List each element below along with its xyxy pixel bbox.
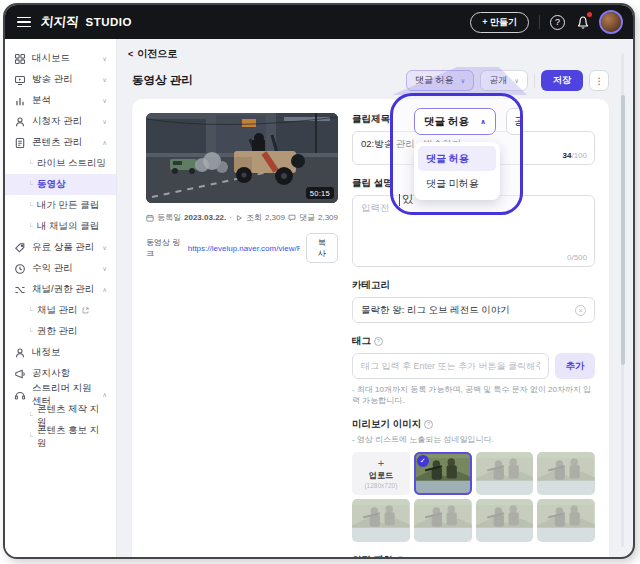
comment-icon — [288, 214, 296, 222]
chevron-up-icon: ∧ — [480, 118, 486, 126]
branch-icon: └ — [28, 202, 33, 209]
notification-bell-icon[interactable] — [575, 14, 591, 30]
preview-thumb[interactable] — [476, 452, 534, 495]
info-icon[interactable]: ? — [424, 420, 433, 429]
sidebar-item-my-info[interactable]: 내정보 — [5, 342, 116, 363]
info-icon[interactable]: ? — [374, 337, 383, 346]
create-button[interactable]: + 만들기 — [470, 12, 529, 33]
branch-icon: └ — [28, 181, 33, 188]
sidebar-item-broadcast[interactable]: 방송 관리∨ — [5, 69, 116, 90]
play-icon — [235, 214, 243, 222]
scrollbar-thumb[interactable] — [621, 95, 625, 365]
visibility-select-zoomed[interactable]: 공 — [506, 108, 523, 135]
sidebar-item-analytics[interactable]: 분석∨ — [5, 90, 116, 111]
preview-image-label: 미리보기 이미지 — [352, 418, 421, 431]
background-text-fragment: 있 — [399, 192, 414, 207]
shuffle-icon — [14, 284, 26, 296]
sidebar-item-channel-clips[interactable]: └내 채널의 클립 — [5, 216, 116, 237]
notification-dot — [587, 12, 592, 17]
preview-thumb[interactable] — [414, 499, 472, 542]
category-label: 카테고리 — [352, 279, 595, 292]
hamburger-menu-icon[interactable] — [17, 17, 31, 28]
chevron-up-icon: ∧ — [102, 391, 107, 399]
sidebar-item-paid-products[interactable]: 유료 상품 관리∨ — [5, 237, 116, 258]
clear-category-icon[interactable]: × — [575, 305, 586, 316]
sidebar-item-permission-manage[interactable]: └권한 관리 — [5, 321, 116, 342]
video-detail-card: 50:15 등록일2023.03.22. · 조회2,309 댓글2,309 동… — [132, 99, 609, 557]
sidebar-item-revenue[interactable]: 수익 관리∨ — [5, 258, 116, 279]
chevron-up-icon: ∧ — [102, 139, 107, 147]
topbar-divider — [539, 15, 540, 29]
comment-permission-dropdown[interactable]: 댓글 허용 ∨ — [406, 70, 474, 91]
chevron-up-icon: ∧ — [102, 286, 107, 294]
dashboard-icon — [14, 53, 26, 65]
chevron-down-icon: ∨ — [514, 77, 519, 85]
chevron-down-icon: ∨ — [102, 265, 107, 273]
branch-icon: └ — [28, 412, 33, 419]
tag-add-button[interactable]: 추가 — [555, 353, 595, 379]
tag-label: 태그 — [352, 335, 371, 348]
video-meta: 등록일2023.03.22. · 조회2,309 댓글2,309 — [146, 212, 338, 223]
description-char-count: 0/500 — [567, 253, 587, 262]
sidebar-item-video[interactable]: └동영상 — [5, 174, 116, 195]
back-chevron-icon: < — [128, 49, 133, 59]
visibility-dropdown[interactable]: 공개 ∨ — [480, 70, 528, 91]
text-cursor — [399, 194, 400, 206]
preview-thumb[interactable] — [537, 452, 595, 495]
preview-helper-text: - 영상 리스트에 노출되는 섬네일입니다. — [352, 434, 595, 445]
external-link-icon — [82, 307, 89, 314]
chevron-down-icon: ∨ — [102, 55, 107, 63]
category-field[interactable]: 몰락한 왕: 리그 오브 레전드 이야기 × — [352, 297, 595, 323]
headset-icon — [14, 389, 26, 401]
studio-wordmark: STUDIO — [86, 16, 132, 28]
preview-thumb[interactable] — [352, 499, 410, 542]
page-controls: 댓글 허용 ∨ 공개 ∨ 저장 ⋮ — [406, 70, 609, 91]
chevron-down-icon: ∨ — [102, 118, 107, 126]
preview-thumb[interactable] — [476, 499, 534, 542]
sidebar-item-channel-permission[interactable]: 채널/권한 관리∧ — [5, 279, 116, 300]
sidebar-item-my-clips[interactable]: └내가 만든 클립 — [5, 195, 116, 216]
sidebar-item-content-promotion[interactable]: └콘텐츠 홍보 지원 — [5, 426, 116, 447]
more-options-button[interactable]: ⋮ — [589, 70, 609, 91]
help-icon[interactable]: ? — [550, 15, 565, 30]
chevron-down-icon: ∨ — [102, 76, 107, 84]
calendar-icon — [146, 214, 154, 222]
video-link-url[interactable]: https://levelup.naver.com/view/Rqwe12664… — [188, 244, 300, 253]
check-icon: ✓ — [417, 455, 429, 467]
chevron-down-icon: ∨ — [102, 97, 107, 105]
preview-thumb[interactable] — [537, 499, 595, 542]
top-bar: 치지직 STUDIO + 만들기 ? — [5, 5, 633, 39]
branch-icon: └ — [28, 307, 33, 314]
preview-thumb-selected[interactable]: ✓ — [414, 452, 472, 495]
save-button[interactable]: 저장 — [541, 70, 583, 91]
sidebar-item-dashboard[interactable]: 대시보드∨ — [5, 48, 116, 69]
video-link-label: 동영상 링크 — [146, 237, 184, 259]
sidebar-item-viewers[interactable]: 시청자 관리∨ — [5, 111, 116, 132]
chart-icon — [14, 95, 26, 107]
comment-dropdown-callout: 있 댓글 허용 ∧ 공 댓글 허용 댓글 미허용 — [390, 93, 523, 215]
document-icon — [14, 137, 26, 149]
video-thumbnail[interactable]: 50:15 — [146, 113, 338, 203]
chzzk-logo: 치지직 — [40, 13, 79, 31]
chevron-down-icon: ∨ — [460, 77, 465, 85]
sidebar-item-content[interactable]: 콘텐츠 관리∧ — [5, 132, 116, 153]
age-restriction-label: 연령 제한 — [352, 554, 393, 557]
upload-tile[interactable]: + 업로드 (1280x720) — [352, 452, 410, 495]
branch-icon: └ — [28, 328, 33, 335]
menu-option-allow-comments[interactable]: 댓글 허용 — [418, 146, 496, 171]
megaphone-icon — [14, 368, 26, 380]
info-icon[interactable]: ? — [396, 556, 405, 557]
broadcast-icon — [14, 74, 26, 86]
tag-input[interactable] — [352, 353, 549, 379]
menu-option-disallow-comments[interactable]: 댓글 미허용 — [418, 171, 496, 196]
comment-permission-select-zoomed[interactable]: 댓글 허용 ∧ — [414, 108, 496, 135]
sidebar-item-channel-manage[interactable]: └채널 관리 — [5, 300, 116, 321]
tag-helper-text: - 최대 10개까지 등록 가능하며, 공백 및 특수 문자 없이 20자까지 … — [352, 384, 595, 406]
title-char-count: 34/100 — [563, 151, 587, 160]
profile-avatar[interactable] — [601, 12, 621, 32]
back-link[interactable]: < 이전으로 — [118, 39, 633, 61]
clock-icon — [14, 263, 26, 275]
comment-permission-menu: 댓글 허용 댓글 미허용 — [414, 142, 500, 200]
sidebar-item-live-streaming[interactable]: └라이브 스트리밍 — [5, 153, 116, 174]
copy-button[interactable]: 복사 — [306, 233, 338, 263]
